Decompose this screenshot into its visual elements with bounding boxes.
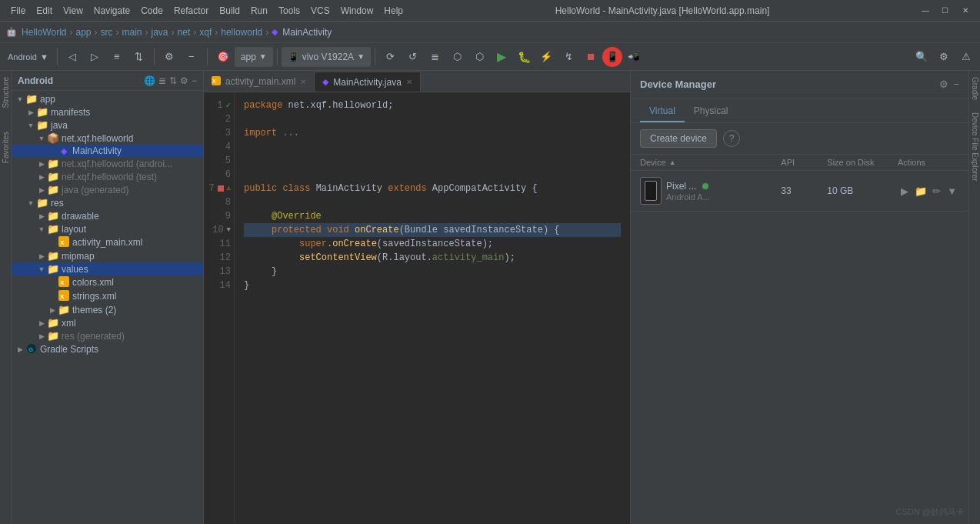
dm-tab-physical[interactable]: Physical bbox=[685, 101, 738, 122]
stop-build-btn[interactable]: ⬡ bbox=[468, 46, 490, 68]
menu-tools[interactable]: Tools bbox=[274, 4, 305, 18]
launch-device-btn[interactable]: ▶ bbox=[898, 182, 912, 199]
menu-edit[interactable]: Edit bbox=[32, 4, 57, 18]
menu-build[interactable]: Build bbox=[215, 4, 245, 18]
navigate-back-btn[interactable]: ◁ bbox=[62, 46, 83, 68]
close-button[interactable]: ✕ bbox=[957, 5, 974, 17]
maximize-button[interactable]: ☐ bbox=[937, 5, 954, 17]
tree-item-themes[interactable]: ▶ 📁 themes (2) bbox=[12, 303, 203, 316]
tree-item-colors[interactable]: X colors.xml bbox=[12, 275, 203, 289]
device-manager-btn[interactable]: 📱 bbox=[602, 47, 622, 67]
menu-file[interactable]: File bbox=[6, 4, 30, 18]
help-button[interactable]: ? bbox=[723, 130, 740, 147]
debug-btn[interactable]: 🐛 bbox=[513, 46, 535, 68]
label-res-gen: res (generated) bbox=[62, 331, 125, 342]
run-btn[interactable]: ▶ bbox=[491, 46, 512, 68]
breadcrumb-app[interactable]: app bbox=[75, 27, 91, 38]
tab-close-activity[interactable]: ✕ bbox=[300, 78, 306, 86]
minimize-panel-btn[interactable]: − bbox=[181, 46, 202, 68]
code-content[interactable]: package net.xqf.helloworld; import ... p… bbox=[235, 92, 630, 524]
tree-item-mipmap[interactable]: ▶ 📁 mipmap bbox=[12, 249, 203, 262]
coverage-btn[interactable]: ⬡ bbox=[446, 46, 468, 68]
menu-run[interactable]: Run bbox=[246, 4, 272, 18]
panel-sort-icon[interactable]: ⇅ bbox=[169, 75, 177, 86]
tab-close-main[interactable]: ✕ bbox=[406, 78, 412, 86]
stop-btn[interactable]: ⏹ bbox=[580, 46, 602, 68]
ide-update-btn[interactable]: ⚠ bbox=[955, 46, 977, 68]
sync-btn[interactable]: ⟳ bbox=[379, 46, 401, 68]
tree-item-drawable[interactable]: ▶ 📁 drawable bbox=[12, 209, 203, 222]
tab-activity-main[interactable]: X activity_main.xml ✕ bbox=[204, 72, 315, 92]
structure-tab[interactable]: Structure bbox=[2, 77, 10, 108]
panel-minimize-icon[interactable]: − bbox=[192, 75, 197, 86]
panel-globe-icon[interactable]: 🌐 bbox=[144, 75, 155, 86]
tree-item-res-gen[interactable]: ▶ 📁 res (generated) bbox=[12, 329, 203, 342]
files-device-btn[interactable]: 📁 bbox=[914, 182, 928, 199]
dm-close-icon[interactable]: − bbox=[953, 78, 959, 90]
menu-refactor[interactable]: Refactor bbox=[169, 4, 213, 18]
breadcrumb-helloworld[interactable]: HelloWorld bbox=[22, 27, 66, 38]
breadcrumb-helloworld2[interactable]: helloworld bbox=[221, 27, 262, 38]
breadcrumb-src[interactable]: src bbox=[101, 27, 113, 38]
device-row-pixel: Pixel ... Android A... 33 10 GB ▶ 📁 ✏ ▼ bbox=[631, 171, 968, 212]
panel-gear-icon[interactable]: ⚙ bbox=[180, 75, 188, 86]
target-btn[interactable]: 🎯 bbox=[212, 46, 234, 68]
tree-item-mainactivity[interactable]: ◆ MainActivity bbox=[12, 145, 203, 157]
sync2-btn[interactable]: ↺ bbox=[402, 46, 423, 68]
tree-item-gradle[interactable]: ▶ G Gradle Scripts bbox=[12, 342, 203, 356]
sort-btn[interactable]: ⇅ bbox=[128, 46, 150, 68]
menu-help[interactable]: Help bbox=[379, 4, 408, 18]
apply-changes-btn[interactable]: ↯ bbox=[558, 46, 579, 68]
device-select[interactable]: 📱 vivo V1922A ▼ bbox=[282, 47, 371, 67]
menu-window[interactable]: Window bbox=[336, 4, 378, 18]
settings-btn[interactable]: ⚙ bbox=[158, 46, 180, 68]
align-btn[interactable]: ≡ bbox=[106, 46, 128, 68]
gradle-tab[interactable]: Gradle bbox=[969, 71, 981, 106]
dm-header-icons: ⚙ − bbox=[939, 78, 959, 90]
panel-list-icon[interactable]: ≣ bbox=[158, 75, 166, 86]
xml-icon-activity: X bbox=[58, 236, 70, 249]
breadcrumb-net[interactable]: net bbox=[178, 27, 191, 38]
edit-device-btn[interactable]: ✏ bbox=[929, 182, 944, 199]
app-select[interactable]: app ▼ bbox=[235, 47, 273, 67]
tree-item-res[interactable]: ▼ 📁 res bbox=[12, 196, 203, 209]
menu-vcs[interactable]: VCS bbox=[306, 4, 335, 18]
tree-item-app[interactable]: ▼ 📁 app bbox=[12, 92, 203, 105]
expand-device-btn[interactable]: ▼ bbox=[945, 182, 960, 199]
dm-tab-virtual[interactable]: Virtual bbox=[640, 101, 685, 122]
breadcrumb-main[interactable]: main bbox=[122, 27, 142, 38]
dm-settings-icon[interactable]: ⚙ bbox=[939, 78, 948, 90]
sort-device-icon[interactable]: ▲ bbox=[669, 159, 676, 166]
tree-item-layout[interactable]: ▼ 📁 layout bbox=[12, 222, 203, 235]
tree-item-manifests[interactable]: ▶ 📁 manifests bbox=[12, 105, 203, 118]
breadcrumb-current[interactable]: MainActivity bbox=[282, 27, 332, 38]
arrow-test: ▶ bbox=[36, 173, 47, 181]
favorites-tab[interactable]: Favorites bbox=[2, 132, 10, 163]
android-dropdown[interactable]: Android ▼ bbox=[3, 46, 53, 68]
ide-settings-btn[interactable]: ⚙ bbox=[933, 46, 955, 68]
tree-item-java-gen[interactable]: ▶ 📁 java (generated) bbox=[12, 183, 203, 196]
avd-manager-btn[interactable]: 📲 bbox=[623, 46, 645, 68]
search-everywhere-btn[interactable]: 🔍 bbox=[911, 46, 932, 68]
fold-icon[interactable]: ▼ bbox=[227, 223, 231, 237]
tree-item-java[interactable]: ▼ 📁 java bbox=[12, 118, 203, 132]
tree-item-strings[interactable]: X strings.xml bbox=[12, 289, 203, 303]
navigate-forward-btn[interactable]: ▷ bbox=[84, 46, 105, 68]
tree-item-android-test[interactable]: ▶ 📁 net.xqf.helloworld (androi... bbox=[12, 157, 203, 170]
menu-navigate[interactable]: Navigate bbox=[89, 4, 135, 18]
breadcrumb-xqf[interactable]: xqf bbox=[199, 27, 212, 38]
minimize-button[interactable]: — bbox=[917, 5, 934, 17]
profile-btn[interactable]: ⚡ bbox=[535, 46, 557, 68]
breadcrumb-java[interactable]: java bbox=[152, 27, 168, 38]
menu-view[interactable]: View bbox=[58, 4, 88, 18]
tree-item-test[interactable]: ▶ 📁 nef.xqf.helloworld (test) bbox=[12, 170, 203, 183]
run-config-btn[interactable]: ≣ bbox=[424, 46, 445, 68]
tree-item-values[interactable]: ▼ 📁 values bbox=[12, 262, 203, 275]
device-file-explorer-tab[interactable]: Device File Explorer bbox=[969, 106, 981, 187]
tree-item-xml[interactable]: ▶ 📁 xml bbox=[12, 316, 203, 329]
create-device-button[interactable]: Create device bbox=[640, 129, 717, 148]
tree-item-activity-main[interactable]: X activity_main.xml bbox=[12, 235, 203, 249]
tree-item-package[interactable]: ▼ 📦 net.xqf.helloworld bbox=[12, 132, 203, 145]
tab-mainactivity[interactable]: ◆ MainActivity.java ✕ bbox=[315, 72, 420, 92]
menu-code[interactable]: Code bbox=[136, 4, 168, 18]
